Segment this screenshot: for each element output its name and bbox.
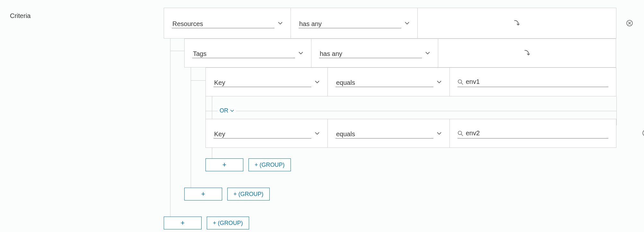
add-group-button-level2[interactable]: + (GROUP) (227, 188, 270, 201)
search-icon (457, 130, 463, 136)
logic-operator-select[interactable]: OR (218, 107, 236, 114)
svg-point-8 (643, 130, 644, 136)
svg-point-2 (458, 131, 462, 135)
add-condition-button-level3[interactable]: + (205, 158, 243, 171)
chevron-down-icon (437, 79, 442, 85)
chevron-down-icon (230, 109, 234, 113)
value-input-2[interactable] (457, 128, 608, 138)
nest-arrow-icon (425, 19, 608, 28)
guide-line (170, 51, 186, 51)
chevron-down-icon (437, 131, 442, 136)
guide-line (205, 111, 616, 111)
add-group-button-level1[interactable]: + (GROUP) (207, 217, 249, 229)
guide-line (191, 67, 191, 194)
op-select-key-1[interactable]: equals (335, 77, 433, 87)
add-group-button-level3[interactable]: + (GROUP) (248, 158, 291, 171)
add-condition-button-level2[interactable]: + (184, 188, 222, 201)
criteria-row-key-2: Key equals (205, 119, 616, 148)
close-circle-icon (642, 129, 644, 137)
criteria-row-key-1: Key equals (205, 67, 616, 96)
op-select-key-2[interactable]: equals (335, 128, 433, 138)
value-field-1[interactable] (466, 77, 608, 87)
guide-line (616, 96, 617, 125)
svg-line-3 (461, 134, 463, 136)
value-field-2[interactable] (466, 128, 608, 138)
svg-line-1 (461, 83, 463, 85)
field-select-resources[interactable]: Resources (172, 18, 274, 28)
field-select-cell: Resources (164, 8, 291, 38)
add-condition-button-level1[interactable]: + (164, 217, 202, 229)
nest-arrow-icon (446, 49, 608, 58)
field-select-tags[interactable]: Tags (192, 48, 295, 58)
chevron-down-icon (405, 21, 410, 26)
info-button[interactable] (635, 18, 644, 28)
op-select-tags[interactable]: has any (319, 48, 422, 58)
criteria-row-tags: Tags has any (184, 39, 616, 67)
value-input-1[interactable] (457, 77, 608, 87)
section-label: Criteria (10, 12, 30, 20)
close-circle-icon (626, 20, 633, 27)
chevron-down-icon (315, 79, 320, 85)
value-cell (418, 8, 616, 38)
field-select-key-2[interactable]: Key (213, 128, 311, 138)
svg-point-0 (458, 80, 462, 83)
chevron-down-icon (278, 21, 283, 26)
op-select-cell: has any (291, 8, 418, 38)
field-select-key-1[interactable]: Key (213, 77, 311, 87)
chevron-down-icon (425, 50, 430, 56)
remove-row-button-2[interactable] (640, 128, 644, 138)
op-select-resources[interactable]: has any (299, 18, 401, 28)
guide-line (170, 39, 170, 223)
logic-label: OR (220, 107, 228, 114)
guide-line (191, 80, 207, 81)
search-icon (457, 79, 463, 85)
criteria-row-resources: Resources has any (164, 8, 616, 39)
chevron-down-icon (298, 50, 303, 56)
remove-row-button[interactable] (624, 18, 635, 28)
chevron-down-icon (315, 131, 320, 136)
